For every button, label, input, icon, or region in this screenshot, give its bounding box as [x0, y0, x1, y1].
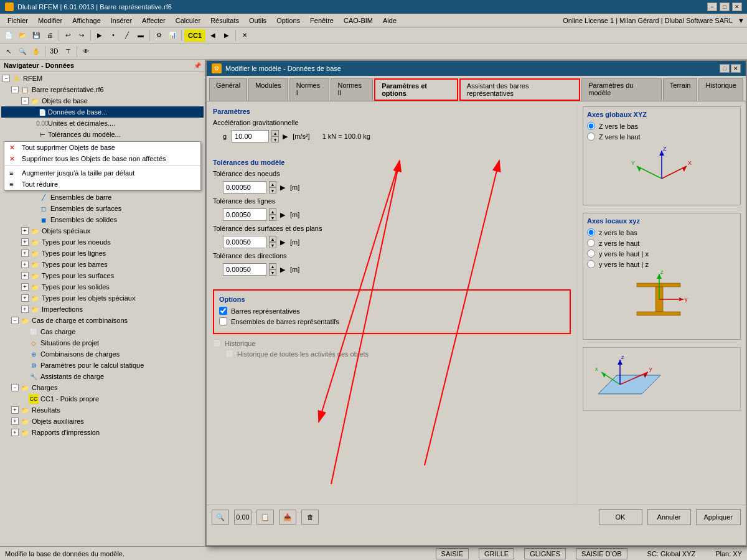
tab-params-options[interactable]: Paramètres et options	[374, 78, 458, 101]
barres-checkbox[interactable]	[219, 307, 227, 315]
radio-lz-bas-input[interactable]	[587, 228, 595, 236]
menu-aide[interactable]: Aide	[378, 16, 402, 26]
dialog-max-btn[interactable]: □	[720, 64, 730, 73]
tab-assistant[interactable]: Assistant des barres représentatives	[459, 78, 580, 101]
expand-speciaux[interactable]: +	[21, 227, 29, 235]
historique-checkbox[interactable]	[213, 339, 221, 347]
navigator-pin[interactable]: 📌	[194, 62, 201, 69]
menu-inserer[interactable]: Insérer	[106, 16, 137, 26]
menu-fichier[interactable]: Fichier	[2, 16, 33, 26]
nav-situations[interactable]: ◇ Situations de projet	[1, 337, 204, 348]
nav-objets-aux[interactable]: + 📁 Objets auxiliaires	[1, 416, 204, 427]
tb-open[interactable]: 📂	[16, 29, 29, 42]
tb-line[interactable]: ╱	[121, 29, 133, 42]
tol-lignes-input[interactable]	[223, 208, 266, 221]
tb2-zoom[interactable]: 🔍	[16, 45, 29, 58]
close-btn[interactable]: ✕	[732, 2, 742, 11]
minimize-btn[interactable]: −	[707, 2, 717, 11]
nav-ens-surfaces[interactable]: ◻ Ensembles de surfaces	[1, 203, 204, 214]
menu-affichage[interactable]: Affichage	[67, 16, 106, 26]
tb2-cursor[interactable]: ↖	[2, 45, 15, 58]
status-saisie-ob[interactable]: SAISIE D'OB	[576, 548, 627, 559]
menu-calculer[interactable]: Calculer	[171, 16, 205, 26]
expand-aux[interactable]: +	[11, 418, 19, 425]
tb-calc[interactable]: ⚙	[153, 29, 165, 42]
nav-donnees-base[interactable]: 📄 Données de base...	[1, 106, 204, 118]
radio-lz-haut-input[interactable]	[587, 239, 595, 247]
nav-tolerances[interactable]: ⊢ Tolérances du modèle...	[1, 129, 204, 140]
ensembles-checkbox[interactable]	[219, 317, 227, 325]
dialog-close-btn[interactable]: ✕	[731, 64, 741, 73]
tb-results[interactable]: 📊	[166, 29, 179, 42]
nav-unites[interactable]: 0.00 Unités et décimales....	[1, 118, 204, 129]
tab-general[interactable]: Général	[209, 78, 247, 101]
tol-noeuds-input[interactable]	[223, 181, 266, 194]
tol-s-dn[interactable]: ▼	[269, 242, 276, 248]
tb-del-cc[interactable]: ✕	[238, 29, 251, 42]
menu-options[interactable]: Options	[271, 16, 305, 26]
nav-imperfections[interactable]: + 📁 Imperfections	[1, 304, 204, 315]
ctx-tout-reduire[interactable]: ≡ Tout réduire	[4, 179, 200, 190]
nav-types-surfaces[interactable]: + 📁 Types pour les surfaces	[1, 270, 204, 281]
menu-fenetre[interactable]: Fenêtre	[305, 16, 339, 26]
nav-rfem[interactable]: − 🖥 RFEM	[1, 73, 204, 84]
maximize-btn[interactable]: □	[720, 2, 730, 11]
menu-resultats[interactable]: Résultats	[205, 16, 244, 26]
expand-charges[interactable]: −	[11, 384, 19, 391]
tb-select[interactable]: ▶	[93, 29, 106, 42]
ok-button[interactable]: OK	[599, 509, 642, 525]
tab-terrain[interactable]: Terrain	[663, 78, 698, 101]
tab-historique[interactable]: Historique	[698, 78, 743, 101]
tb2-3d[interactable]: 3D	[48, 45, 60, 58]
tb-bar[interactable]: ▬	[134, 29, 147, 42]
nav-resultats[interactable]: + 📁 Résultats	[1, 404, 204, 416]
ctx-supprimer-non[interactable]: ✕ Supprimer tous les Objets de base non …	[4, 153, 200, 164]
tol-s-up[interactable]: ▲	[269, 236, 276, 242]
footer-del-btn[interactable]: 🗑	[301, 510, 319, 525]
apply-button[interactable]: Appliquer	[696, 509, 741, 525]
nav-cc1[interactable]: CC CC1 - Poids propre	[1, 393, 204, 404]
tb-redo[interactable]: ↪	[75, 29, 88, 42]
g-spin-dn[interactable]: ▼	[271, 136, 279, 142]
tb2-top[interactable]: ⊤	[62, 45, 74, 58]
nav-types-solides[interactable]: + 📁 Types pour les solides	[1, 281, 204, 292]
tol-n-up[interactable]: ▲	[269, 181, 276, 187]
tb-print[interactable]: 🖨	[44, 29, 56, 42]
historique-sub-checkbox[interactable]	[225, 350, 233, 358]
tab-normes1[interactable]: Normes I	[289, 78, 330, 101]
tol-d-dn[interactable]: ▼	[269, 269, 276, 276]
nav-ens-barre[interactable]: ╱ Ensembles de barre	[1, 192, 204, 203]
tol-directions-input[interactable]	[223, 263, 266, 276]
tb-node[interactable]: •	[107, 29, 120, 42]
nav-combinaisons[interactable]: ⊕ Combinaisons de charges	[1, 348, 204, 360]
footer-edit-btn[interactable]: 0.00	[234, 510, 251, 525]
expand-imperfections[interactable]: +	[21, 306, 29, 313]
expand-rfem[interactable]: −	[2, 75, 10, 82]
expand-cas[interactable]: −	[11, 317, 19, 324]
nav-cas-comb[interactable]: − 📁 Cas de charge et combinaisons	[1, 315, 204, 326]
menu-outils[interactable]: Outils	[244, 16, 271, 26]
cancel-button[interactable]: Annuler	[647, 509, 691, 525]
nav-objets-speciaux[interactable]: + 📁 Objets spéciaux	[1, 225, 204, 236]
nav-types-lignes[interactable]: + 📁 Types pour les lignes	[1, 248, 204, 259]
nav-charges[interactable]: − 📁 Charges	[1, 382, 204, 393]
tb-next-cc[interactable]: ▶	[220, 29, 233, 42]
status-grille[interactable]: GRILLE	[479, 548, 514, 559]
tol-d-up[interactable]: ▲	[269, 263, 276, 269]
tb-undo[interactable]: ↩	[62, 29, 74, 42]
expand-tsolides[interactable]: +	[21, 283, 29, 291]
radio-ly-haut-x-input[interactable]	[587, 250, 595, 258]
expand-tsurfaces[interactable]: +	[21, 272, 29, 279]
g-input[interactable]	[232, 130, 269, 142]
nav-cas-charge[interactable]: ⬜ Cas charge	[1, 326, 204, 337]
menu-cao[interactable]: CAO-BIM	[339, 16, 378, 26]
ctx-tout-supprimer[interactable]: ✕ Tout supprimer Objets de base	[4, 142, 200, 153]
footer-copy-btn[interactable]: 📋	[256, 510, 274, 525]
radio-z-haut-input[interactable]	[587, 133, 595, 141]
menu-modifier[interactable]: Modifier	[33, 16, 67, 26]
radio-ly-haut-z-input[interactable]	[587, 260, 595, 268]
status-glignes[interactable]: GLIGNES	[524, 548, 566, 559]
menu-affecter[interactable]: Affecter	[137, 16, 171, 26]
tol-surfaces-input[interactable]	[223, 236, 266, 248]
nav-ens-solides[interactable]: ◼ Ensembles de solides	[1, 214, 204, 225]
